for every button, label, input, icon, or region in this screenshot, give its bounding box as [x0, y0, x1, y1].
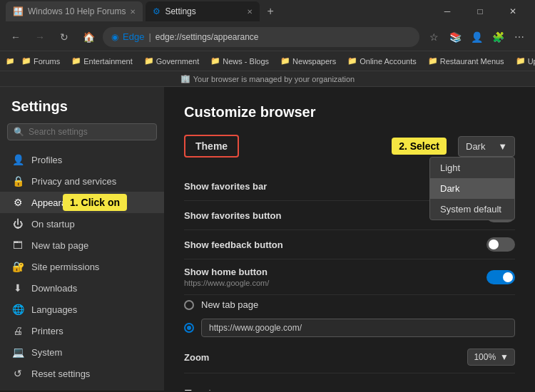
profiles-icon: 👤 — [11, 154, 24, 165]
sidebar-label-newtab: New tab page — [31, 240, 88, 251]
refresh-button[interactable]: ↻ — [54, 27, 74, 47]
forums-tab-label: Windows 10 Help Forums — [28, 6, 126, 16]
theme-option-system[interactable]: System default — [430, 199, 514, 220]
sidebar-item-about[interactable]: ⊕ About Microsoft Edge — [0, 384, 164, 391]
minimize-button[interactable]: ─ — [431, 0, 464, 23]
bookmark-news[interactable]: 📁 News - Blogs — [206, 55, 273, 67]
bookmark-restaurant[interactable]: 📁 Restaurant Menus — [424, 55, 509, 67]
bookmarks-bar: 📁 📁 Forums 📁 Entertainment 📁 Government … — [0, 51, 535, 71]
theme-option-light[interactable]: Light — [430, 158, 514, 178]
click-on-callout: 1. Click on — [63, 194, 127, 211]
feedback-button-toggle[interactable] — [486, 237, 515, 252]
sidebar-label-reset: Reset settings — [31, 368, 90, 379]
sidebar-label-profiles: Profiles — [31, 155, 62, 165]
feedback-button-label: Show feedback button — [184, 239, 486, 250]
theme-select-box[interactable]: Dark ▼ — [458, 136, 515, 157]
home-button-toggle[interactable] — [486, 270, 515, 284]
bookmark-online-accounts[interactable]: 📁 Online Accounts — [343, 55, 421, 67]
sidebar-item-system[interactable]: 💻 System — [0, 341, 164, 363]
url-radio-row: https://www.google.com/ — [184, 314, 515, 341]
sidebar-item-appearance[interactable]: ⚙ Appearance 1. Click on — [0, 192, 164, 213]
search-box[interactable]: 🔍 — [7, 123, 157, 140]
sidebar-label-privacy: Privacy and services — [31, 176, 116, 187]
bookmark-newspapers[interactable]: 📁 Newspapers — [276, 55, 340, 67]
forward-button[interactable]: → — [30, 27, 50, 47]
address-input[interactable]: ◉ Edge | edge://settings/appearance — [103, 27, 419, 47]
toolbar-icons: ☆ 📚 👤 🧩 ⋯ — [424, 27, 529, 47]
sidebar-item-permissions[interactable]: 🔐 Site permissions — [0, 256, 164, 277]
zoom-value: 100% — [474, 352, 496, 362]
theme-row: Theme 2. Select Dark ▼ Light Dark System… — [184, 135, 515, 158]
sidebar-label-downloads: Downloads — [31, 283, 77, 294]
sidebar-item-profiles[interactable]: 👤 Profiles — [0, 149, 164, 170]
sidebar-item-startup[interactable]: ⏻ On startup — [0, 213, 164, 234]
theme-select-area: 2. Select Dark ▼ Light Dark System defau… — [392, 136, 515, 157]
zoom-select[interactable]: 100% ▼ — [467, 349, 515, 366]
back-button[interactable]: ← — [6, 27, 26, 47]
printers-icon: 🖨 — [11, 325, 24, 336]
home-button-row: Show home button https://www.google.com/ — [184, 259, 515, 295]
collections-button[interactable]: 📚 — [445, 27, 465, 47]
new-tab-radio-label: New tab page — [201, 299, 258, 310]
theme-dropdown-container: Dark ▼ Light Dark System default — [458, 136, 515, 157]
sidebar-item-downloads[interactable]: ⬇ Downloads — [0, 277, 164, 299]
managed-banner: 🏢 Your browser is managed by your organi… — [0, 71, 535, 87]
forums-tab-close[interactable]: ✕ — [130, 8, 136, 16]
bookmark-forums[interactable]: 📁 Forums — [17, 55, 64, 67]
edge-logo-icon: ◉ — [111, 32, 118, 42]
managed-text: Your browser is managed by your organiza… — [193, 75, 355, 83]
zoom-row: Zoom 100% ▼ — [184, 341, 515, 373]
theme-label-box[interactable]: Theme — [184, 135, 239, 158]
sidebar-item-newtab[interactable]: 🗔 New tab page — [0, 234, 164, 256]
extensions-button[interactable]: 🧩 — [488, 27, 508, 47]
new-tab-radio-row: New tab page — [184, 295, 515, 314]
managed-icon: 🏢 — [180, 74, 190, 83]
sidebar-item-privacy[interactable]: 🔒 Privacy and services — [0, 170, 164, 192]
window-controls: ─ □ ✕ — [431, 0, 529, 23]
address-bar: ← → ↻ 🏠 ◉ Edge | edge://settings/appeara… — [0, 23, 535, 51]
bookmark-updates[interactable]: 📁 Updates — [511, 55, 535, 67]
sidebar-label-startup: On startup — [31, 219, 75, 229]
profile-button[interactable]: 👤 — [467, 27, 486, 47]
home-button-label: Show home button — [184, 267, 486, 277]
menu-button[interactable]: ⋯ — [509, 27, 529, 47]
select-callout: 2. Select — [392, 138, 447, 155]
bookmarks-icon: 📁 — [6, 57, 14, 65]
new-tab-radio[interactable] — [184, 300, 194, 310]
bookmark-government[interactable]: 📁 Government — [140, 55, 204, 67]
tab-settings[interactable]: ⚙ Settings ✕ — [146, 1, 260, 21]
home-nav-button[interactable]: 🏠 — [78, 27, 98, 47]
appearance-icon: ⚙ — [11, 197, 24, 208]
sidebar-label-printers: Printers — [31, 326, 63, 336]
sidebar-item-printers[interactable]: 🖨 Printers — [0, 320, 164, 341]
settings-tab-close[interactable]: ✕ — [247, 8, 253, 16]
dropdown-chevron-icon: ▼ — [498, 141, 507, 152]
new-tab-button[interactable]: + — [263, 5, 277, 18]
url-separator: | — [148, 31, 151, 42]
home-button-sub: https://www.google.com/ — [184, 279, 486, 287]
sidebar-item-reset[interactable]: ↺ Reset settings — [0, 363, 164, 384]
system-icon: 💻 — [11, 346, 24, 358]
close-button[interactable]: ✕ — [496, 0, 529, 23]
sidebar: Settings 🔍 👤 Profiles 🔒 Privacy and serv… — [0, 87, 164, 391]
tab-forums[interactable]: 🪟 Windows 10 Help Forums ✕ — [6, 1, 143, 21]
home-button-text-group: Show home button https://www.google.com/ — [184, 267, 486, 287]
theme-option-dark[interactable]: Dark — [430, 178, 514, 199]
search-input[interactable] — [29, 127, 151, 137]
content-area: Customize browser Theme 2. Select Dark ▼… — [164, 87, 535, 391]
fonts-section-title: Fonts — [184, 388, 515, 391]
privacy-icon: 🔒 — [11, 175, 24, 187]
title-bar: 🪟 Windows 10 Help Forums ✕ ⚙ Settings ✕ … — [0, 0, 535, 23]
sidebar-label-system: System — [31, 347, 62, 358]
permissions-icon: 🔐 — [11, 261, 24, 272]
url-radio[interactable] — [184, 323, 194, 333]
star-button[interactable]: ☆ — [424, 27, 444, 47]
url-display: edge://settings/appearance — [156, 32, 259, 42]
maximize-button[interactable]: □ — [464, 0, 496, 23]
url-input[interactable]: https://www.google.com/ — [201, 319, 515, 337]
edge-label: Edge — [123, 31, 144, 42]
settings-tab-label: Settings — [165, 6, 195, 16]
zoom-chevron-icon: ▼ — [500, 352, 509, 362]
sidebar-item-languages[interactable]: 🌐 Languages — [0, 299, 164, 320]
bookmark-entertainment[interactable]: 📁 Entertainment — [67, 55, 136, 67]
